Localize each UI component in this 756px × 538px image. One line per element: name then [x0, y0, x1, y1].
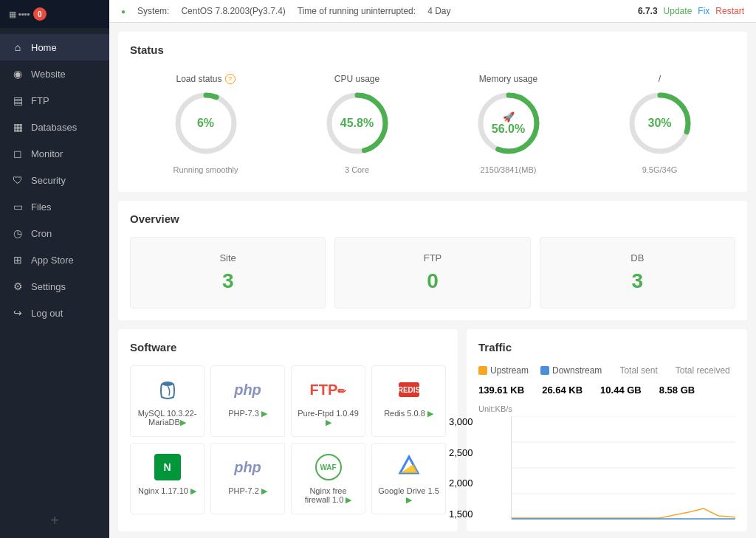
chart-area	[511, 416, 735, 520]
files-icon: ▭	[12, 201, 24, 213]
redis-icon: REDIS	[378, 375, 439, 404]
upstream-dot	[478, 366, 487, 375]
svg-text:REDIS: REDIS	[397, 386, 420, 394]
website-icon: ◉	[12, 68, 24, 80]
chart-svg	[512, 416, 735, 520]
waf-name: Nginx free firewall 1.0 ▶	[298, 486, 359, 505]
software-ftpd[interactable]: FTP✏ Pure-Ftpd 1.0.49 ▶	[291, 365, 365, 437]
redis-name: Redis 5.0.8 ▶	[378, 409, 439, 418]
y-labels: 3,000 2,500 2,000 1,500	[449, 416, 473, 520]
gauge-memory: Memory usage 🚀 56.0% 2150/3841(MB)	[433, 68, 584, 180]
sidebar-item-appstore[interactable]: ⊞ App Store	[0, 246, 109, 273]
received-stat: 8.58 GB	[659, 384, 695, 396]
overview-card: Overview Site 3 FTP 0 DB 3	[118, 201, 747, 320]
topbar: ● System: CentOS 7.8.2003(Py3.7.4) Time …	[109, 0, 756, 23]
sidebar-item-security[interactable]: 🛡 Security	[0, 167, 109, 193]
downstream-legend-label: Downstream	[552, 365, 602, 376]
system-value: CentOS 7.8.2003(Py3.7.4)	[181, 6, 285, 16]
software-waf[interactable]: WAF Nginx free firewall 1.0 ▶	[291, 443, 365, 514]
sidebar-item-website[interactable]: ◉ Website	[0, 61, 109, 87]
total-sent-label: Total sent	[619, 365, 657, 376]
restart-button[interactable]: Restart	[715, 6, 744, 16]
ftp-label: FTP	[350, 252, 515, 263]
gdrive-icon	[378, 452, 439, 482]
sidebar-item-databases[interactable]: ▦ Databases	[0, 114, 109, 140]
software-php73[interactable]: php PHP-7.3 ▶	[210, 365, 285, 437]
software-gdrive[interactable]: Google Drive 1.5 ▶	[371, 443, 446, 514]
gauge-cpu: CPU usage 45.8% 3 Core	[281, 68, 433, 180]
legend-downstream: Downstream	[540, 365, 602, 376]
add-button[interactable]: +	[0, 503, 109, 538]
shield-icon: 🛡	[12, 174, 24, 186]
software-nginx[interactable]: N Nginx 1.17.10 ▶	[130, 443, 205, 514]
waf-icon: WAF	[298, 452, 359, 482]
db-value: 3	[555, 269, 720, 293]
ftpd-name: Pure-Ftpd 1.0.49 ▶	[298, 409, 359, 427]
sidebar-item-home-label: Home	[31, 42, 57, 53]
chart-container: 3,000 2,500 2,000 1,500	[478, 416, 735, 520]
sidebar-header: ▦ ▪▪▪▪ 0	[0, 0, 109, 28]
sidebar-item-ftp[interactable]: ▤ FTP	[0, 87, 109, 114]
overview-ftp: FTP 0	[334, 237, 530, 308]
version-label: 6.7.3	[638, 6, 658, 16]
gauge-circle-cpu: 45.8%	[324, 90, 391, 156]
sidebar-item-home[interactable]: ⌂ Home	[0, 34, 109, 61]
software-mysql[interactable]: MySQL 10.3.22-MariaDB▶	[130, 365, 205, 437]
nginx-icon: N	[137, 452, 198, 482]
load-sub: Running smoothly	[173, 165, 238, 174]
load-value: 6%	[197, 117, 214, 130]
disk-label: /	[659, 74, 661, 84]
gauge-disk: / 30% 9.5G/34G	[584, 68, 735, 180]
downstream-value: 26.64 KB	[542, 384, 583, 396]
memory-rocket-icon: 🚀	[503, 111, 515, 123]
cron-icon: ◷	[12, 227, 24, 239]
info-icon[interactable]: ?	[225, 74, 236, 84]
cpu-sub: 3 Core	[345, 165, 369, 174]
upstream-stat: 139.61 KB	[478, 384, 524, 396]
software-title: Software	[130, 341, 446, 354]
sidebar-item-cron[interactable]: ◷ Cron	[0, 220, 109, 246]
gdrive-name: Google Drive 1.5 ▶	[378, 486, 439, 505]
svg-point-8	[162, 382, 173, 386]
ftp-value: 0	[350, 269, 515, 293]
php72-icon: php	[217, 452, 278, 482]
gauge-load: Load status ? 6% Running smoothly	[130, 68, 281, 180]
software-php72[interactable]: php PHP-7.2 ▶	[210, 443, 285, 514]
sidebar-item-files-label: Files	[31, 201, 51, 213]
cpu-label: CPU usage	[334, 74, 379, 84]
sidebar-item-website-label: Website	[31, 69, 66, 80]
sidebar-item-settings[interactable]: ⚙ Settings	[0, 273, 109, 300]
appstore-icon: ⊞	[12, 254, 24, 266]
logout-icon: ↪	[12, 307, 24, 319]
fix-button[interactable]: Fix	[698, 6, 709, 16]
site-label: Site	[145, 252, 310, 263]
sidebar-item-appstore-label: App Store	[31, 255, 74, 266]
nginx-name: Nginx 1.17.10 ▶	[137, 486, 198, 496]
software-redis[interactable]: REDIS Redis 5.0.8 ▶	[371, 365, 446, 437]
ftp-nav-icon: ▤	[12, 94, 24, 106]
sidebar: ▦ ▪▪▪▪ 0 ⌂ Home ◉ Website ▤ FTP ▦ Databa…	[0, 0, 109, 538]
memory-value: 🚀 56.0%	[492, 111, 525, 136]
upstream-value: 139.61 KB	[478, 384, 524, 396]
mysql-icon	[137, 375, 198, 404]
downstream-dot	[540, 366, 549, 375]
memory-label: Memory usage	[479, 74, 537, 84]
sidebar-item-files[interactable]: ▭ Files	[0, 193, 109, 220]
main-content: ● System: CentOS 7.8.2003(Py3.7.4) Time …	[109, 0, 756, 538]
sidebar-item-databases-label: Databases	[31, 122, 77, 133]
mysql-name: MySQL 10.3.22-MariaDB▶	[137, 409, 198, 427]
update-button[interactable]: Update	[664, 6, 693, 16]
downstream-stat: 26.64 KB	[542, 384, 583, 396]
sidebar-item-logout[interactable]: ↪ Log out	[0, 300, 109, 326]
legend-upstream: Upstream	[478, 365, 529, 376]
traffic-card: Traffic Upstream Downstream Total sent T…	[467, 329, 747, 531]
upstream-legend-label: Upstream	[490, 365, 529, 376]
sent-stat: 10.44 GB	[600, 384, 642, 396]
disk-sub: 9.5G/34G	[642, 165, 678, 174]
gauge-circle-memory: 🚀 56.0%	[475, 90, 542, 156]
sidebar-item-security-label: Security	[31, 175, 66, 186]
site-value: 3	[145, 269, 310, 293]
sidebar-item-monitor[interactable]: ◻ Monitor	[0, 140, 109, 167]
status-dot: ●	[121, 7, 126, 15]
monitor-icon: ◻	[12, 148, 24, 159]
